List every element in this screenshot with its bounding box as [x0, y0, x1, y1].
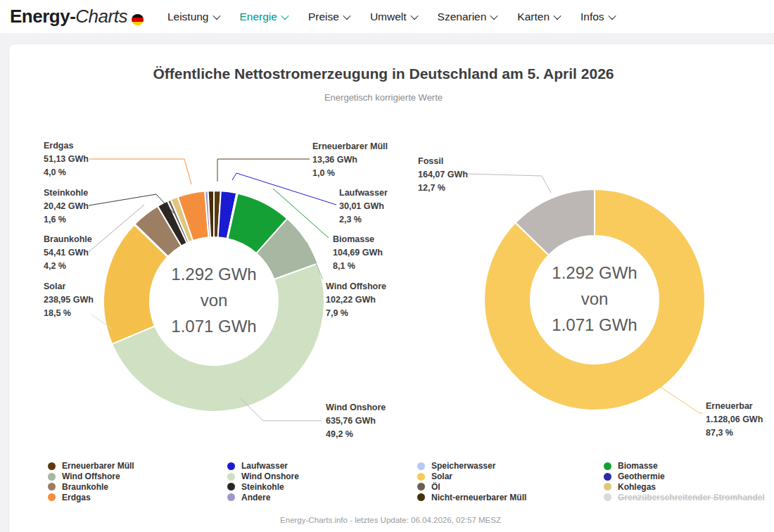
legend-column: LaufwasserWind OnshoreSteinkohleAndere — [227, 461, 299, 502]
nav-item-karten[interactable]: Karten — [517, 11, 560, 23]
legend-swatch — [417, 462, 425, 470]
chevron-down-icon — [343, 11, 350, 19]
legend-swatch — [227, 462, 235, 470]
nav-item-infos[interactable]: Infos — [580, 11, 615, 23]
legend-column: Erneuerbarer MüllWind OffshoreBraunkohle… — [48, 461, 134, 502]
legend-swatch — [227, 483, 235, 490]
legend-swatch — [604, 483, 611, 490]
page-subtitle: Energetisch korrigierte Werte — [0, 92, 767, 103]
legend-item-andere[interactable]: Andere — [227, 492, 299, 502]
legend-label: Nicht-erneuerbarer Müll — [431, 493, 526, 502]
legend-swatch — [48, 473, 56, 481]
nav-item-label: Energie — [240, 11, 277, 23]
nav-item-energie[interactable]: Energie — [240, 11, 288, 23]
legend-item-ol[interactable]: Öl — [417, 482, 526, 493]
legend-label: Grenzüberschreitender Stromhandel — [618, 493, 765, 502]
legend-label: Solar — [431, 471, 452, 481]
legend-label: Laufwasser — [241, 461, 288, 471]
legend-label: Erdgas — [62, 493, 91, 502]
legend-swatch — [48, 483, 56, 490]
legend-item-biomasse[interactable]: Biomasse — [604, 461, 765, 471]
legend-item-wind-onshore[interactable]: Wind Onshore — [227, 471, 299, 482]
chevron-down-icon — [608, 11, 616, 19]
legend-swatch — [227, 493, 235, 501]
chevron-down-icon — [281, 11, 288, 19]
german-flag-icon — [132, 14, 144, 25]
nav-item-szenarien[interactable]: Szenarien — [438, 11, 497, 23]
legend-swatch — [604, 493, 611, 501]
nav-item-label: Karten — [517, 11, 550, 23]
logo-text-energy: Energy- — [10, 6, 75, 27]
legend-item-erneuerbarer-mull[interactable]: Erneuerbarer Müll — [48, 461, 134, 471]
legend-label: Steinkohle — [241, 482, 284, 492]
legend-item-speicherwasser[interactable]: Speicherwasser — [417, 461, 526, 471]
legend-item-wind-offshore[interactable]: Wind Offshore — [48, 471, 134, 482]
legend-label: Wind Onshore — [241, 471, 299, 481]
energy-charts-logo[interactable]: Energy-Charts — [10, 6, 144, 27]
nav-item-preise[interactable]: Preise — [308, 11, 350, 23]
legend-item-nicht-erneuerbarer-mull[interactable]: Nicht-erneuerbarer Müll — [417, 492, 526, 502]
legend-column: BiomasseGeothermieKohlegasGrenzüberschre… — [604, 461, 765, 502]
legend-item-kohlegas[interactable]: Kohlegas — [604, 482, 765, 493]
legend-swatch — [417, 473, 425, 481]
nav-item-umwelt[interactable]: Umwelt — [370, 11, 417, 23]
chevron-down-icon — [212, 11, 220, 19]
legend-swatch — [227, 473, 235, 481]
chart-legend: Erneuerbarer MüllWind OffshoreBraunkohle… — [0, 461, 774, 507]
legend-label: Geothermie — [618, 471, 665, 481]
legend-item-grenzuberschreitender-stromhandel[interactable]: Grenzüberschreitender Stromhandel — [604, 492, 765, 502]
legend-item-steinkohle[interactable]: Steinkohle — [227, 482, 299, 493]
legend-swatch — [48, 462, 56, 470]
nav-item-leistung[interactable]: Leistung — [167, 11, 220, 23]
legend-label: Speicherwasser — [431, 461, 495, 471]
top-header: Energy-Charts LeistungEnergiePreiseUmwel… — [0, 0, 774, 33]
legend-item-braunkohle[interactable]: Braunkohle — [48, 482, 134, 493]
nav-item-label: Szenarien — [438, 11, 487, 23]
nav-item-label: Infos — [580, 11, 604, 23]
logo-text-charts: Charts — [75, 6, 127, 27]
nav-item-label: Umwelt — [370, 11, 407, 23]
legend-label: Erneuerbarer Müll — [62, 461, 134, 471]
legend-swatch — [417, 493, 425, 501]
legend-swatch — [604, 462, 611, 470]
main-nav: LeistungEnergiePreiseUmweltSzenarienKart… — [167, 11, 615, 23]
legend-item-erdgas[interactable]: Erdgas — [48, 492, 134, 502]
legend-label: Wind Offshore — [62, 471, 120, 481]
legend-swatch — [48, 493, 56, 501]
legend-label: Andere — [241, 493, 270, 502]
legend-label: Biomasse — [618, 461, 658, 471]
legend-label: Öl — [431, 482, 440, 492]
legend-column: SpeicherwasserSolarÖlNicht-erneuerbarer … — [417, 461, 526, 502]
chevron-down-icon — [553, 11, 561, 19]
legend-swatch — [604, 473, 611, 481]
footer-update-note: Energy-Charts.info - letztes Update: 06.… — [0, 516, 774, 524]
legend-item-geothermie[interactable]: Geothermie — [604, 471, 765, 482]
nav-item-label: Preise — [308, 11, 339, 23]
legend-label: Kohlegas — [618, 482, 656, 492]
legend-label: Braunkohle — [62, 482, 108, 492]
legend-item-laufwasser[interactable]: Laufwasser — [227, 461, 299, 471]
chevron-down-icon — [410, 11, 418, 19]
page-title: Öffentliche Nettostromerzeugung in Deuts… — [0, 65, 767, 82]
nav-item-label: Leistung — [167, 11, 209, 23]
legend-swatch — [417, 483, 425, 490]
chevron-down-icon — [490, 11, 498, 19]
legend-item-solar[interactable]: Solar — [417, 471, 526, 482]
